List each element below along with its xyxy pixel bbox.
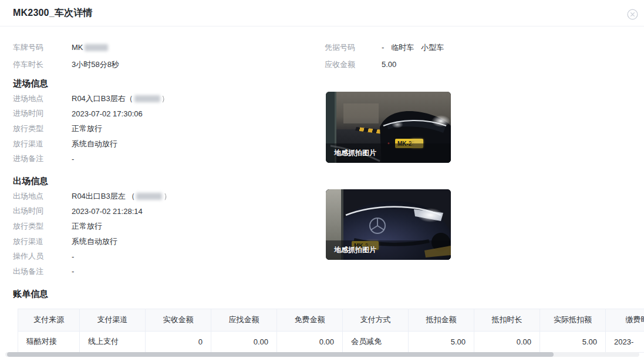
field-row-voucher: 凭据号码 - 临时车 小型车 (325, 39, 444, 56)
field-row: 操作人员 - (13, 249, 631, 264)
field-value: 正常放行 (72, 123, 102, 134)
field-row: 进场备注 - (13, 151, 631, 166)
field-value: - (72, 252, 74, 261)
cell-change-amount: 0.00 (211, 331, 277, 352)
cell-pay-channel: 线上支付 (80, 331, 146, 352)
image-caption: 地感抓拍图片 (334, 245, 376, 255)
cell-actual-deduct: 5.00 (540, 331, 606, 352)
field-value: R04出口B3层左 （） (72, 191, 171, 202)
image-caption-bar: 地感抓拍图片 (326, 240, 451, 260)
field-row-duration: 停车时长 3小时58分8秒 (13, 56, 325, 73)
field-label: 车牌号码 (13, 42, 72, 53)
field-label: 操作人员 (13, 251, 72, 262)
vehicle-type-tag: 临时车 (391, 42, 414, 53)
bill-section-title: 账单信息 (13, 287, 631, 300)
field-value: 2023-07-02 21:28:14 (72, 207, 143, 216)
field-value: MK (72, 43, 109, 52)
cell-pay-method: 会员减免 (343, 331, 409, 352)
field-row: 出场地点 R04出口B3层左 （） (13, 189, 631, 204)
field-value: - (72, 155, 74, 163)
col-header-received-amount: 实收金额 (146, 309, 211, 331)
redacted-location-text (136, 193, 162, 200)
field-label: 出场时间 (13, 206, 72, 216)
col-header-pay-time: 缴费时间 (606, 309, 644, 331)
dialog-header: MK2300_车次详情 (0, 0, 644, 26)
vehicle-size-tag: 小型车 (421, 42, 444, 53)
redacted-location-text (134, 95, 160, 102)
field-row-amount: 应收金额 5.00 (325, 56, 444, 73)
cell-deduct-amount: 5.00 (409, 331, 474, 352)
field-label: 出场备注 (13, 266, 72, 277)
col-header-free-amount: 免费金额 (277, 309, 343, 331)
field-label: 出场地点 (13, 191, 72, 202)
exit-section: 出场地点 R04出口B3层左 （） 出场时间 2023-07-02 21:28:… (13, 189, 631, 279)
field-value: 正常放行 (72, 221, 102, 232)
field-row: 放行渠道 系统自动放行 (13, 136, 631, 152)
field-label: 凭据号码 (325, 42, 382, 53)
exit-section-title: 出场信息 (13, 175, 631, 187)
dialog-body: 车牌号码 MK 停车时长 3小时58分8秒 凭据号码 - 临时车 小型车 (0, 26, 644, 353)
close-icon (627, 9, 638, 20)
col-header-actual-deduct: 实际抵扣额 (540, 309, 606, 331)
close-button[interactable] (627, 9, 638, 20)
field-row: 进场时间 2023-07-02 17:30:06 (13, 106, 631, 122)
field-value: - 临时车 小型车 (382, 42, 444, 53)
cell-received-amount: 0 (146, 331, 211, 352)
field-value: 系统自动放行 (72, 139, 117, 149)
entry-section-title: 进场信息 (13, 77, 631, 89)
entry-section: 进场地点 R04入口B3层右（） 进场时间 2023-07-02 17:30:0… (13, 91, 631, 166)
field-value: 5.00 (382, 60, 396, 69)
cell-pay-time: 2023- (606, 331, 644, 352)
vehicle-trip-detail-dialog: MK2300_车次详情 车牌号码 MK 停车时长 3小时58分8秒 (0, 0, 644, 358)
field-label: 放行类型 (13, 123, 72, 134)
field-row: 进场地点 R04入口B3层右（） (13, 91, 631, 106)
cell-deduct-duration: 0.00 (474, 331, 540, 352)
field-row-plate: 车牌号码 MK (13, 39, 325, 56)
redacted-plate-text (85, 44, 108, 51)
field-label: 应收金额 (325, 59, 382, 70)
horizontal-scrollbar-thumb[interactable] (7, 352, 554, 357)
dialog-title: MK2300_车次详情 (13, 7, 93, 19)
field-value: - (72, 267, 74, 276)
field-label: 进场地点 (13, 93, 72, 104)
table-header-row: 支付来源 支付渠道 实收金额 应找金额 免费金额 支付方式 抵扣金额 抵扣时长 … (18, 309, 644, 331)
field-label: 放行类型 (13, 221, 72, 232)
entry-capture-image[interactable]: MK-23 地感抓拍图片 (326, 92, 451, 163)
field-value: 系统自动放行 (72, 236, 117, 247)
bill-table: 支付来源 支付渠道 实收金额 应找金额 免费金额 支付方式 抵扣金额 抵扣时长 … (18, 309, 644, 353)
col-header-deduct-amount: 抵扣金额 (409, 309, 474, 331)
col-header-pay-channel: 支付渠道 (80, 309, 146, 331)
field-value: R04入口B3层右（） (72, 93, 169, 104)
col-header-change-amount: 应找金额 (211, 309, 277, 331)
field-row: 放行渠道 系统自动放行 (13, 234, 631, 249)
cell-free-amount: 0.00 (277, 331, 343, 352)
cell-pay-source: 猫酷对接 (18, 331, 80, 352)
col-header-pay-method: 支付方式 (343, 309, 409, 331)
field-value: 2023-07-02 17:30:06 (72, 109, 143, 118)
image-caption-bar: 地感抓拍图片 (326, 143, 451, 163)
field-label: 停车时长 (13, 59, 72, 70)
field-label: 放行渠道 (13, 236, 72, 247)
col-header-pay-source: 支付来源 (18, 309, 80, 331)
field-row: 放行类型 正常放行 (13, 121, 631, 136)
field-row: 放行类型 正常放行 (13, 219, 631, 234)
col-header-deduct-duration: 抵扣时长 (474, 309, 540, 331)
field-label: 放行渠道 (13, 139, 72, 149)
field-row: 出场时间 2023-07-02 21:28:14 (13, 204, 631, 219)
field-label: 进场备注 (13, 153, 72, 164)
exit-capture-image[interactable]: MK-23 地感抓拍图片 (326, 189, 451, 260)
image-caption: 地感抓拍图片 (334, 148, 376, 158)
summary-section: 车牌号码 MK 停车时长 3小时58分8秒 凭据号码 - 临时车 小型车 (13, 39, 631, 73)
field-value: 3小时58分8秒 (72, 59, 119, 70)
horizontal-scrollbar-track[interactable] (5, 352, 639, 357)
table-row: 猫酷对接 线上支付 0 0.00 0.00 会员减免 5.00 0.00 5.0… (18, 331, 644, 352)
field-label: 进场时间 (13, 108, 72, 119)
field-row: 出场备注 - (13, 264, 631, 279)
bill-table-container: 支付来源 支付渠道 实收金额 应找金额 免费金额 支付方式 抵扣金额 抵扣时长 … (18, 309, 644, 353)
